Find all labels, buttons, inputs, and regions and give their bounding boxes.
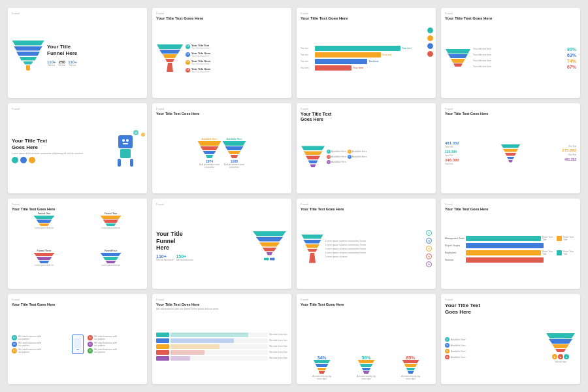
slide-7: Funnel Your Title TextGoes Here 01 Avail… (297, 103, 436, 193)
slide-16: Funnel Your Title TextGoes Here 01 Avail… (441, 294, 580, 384)
slide-5: Funnel Your Title TextGoes Here Lorem ip… (8, 103, 147, 193)
slide-1-label: Funnel (12, 12, 143, 15)
slide-6: Funnel Your Title Text Goes Here Availab… (152, 103, 291, 193)
slide-11: Funnel Your Title Text Goes Here Lorem i… (297, 199, 436, 289)
slide-2-label: Funnel (156, 12, 287, 15)
slide-1: Funnel Your TitleFunnel Here 110+ Ttle t… (8, 8, 147, 98)
slides-grid: Funnel Your TitleFunnel Here 110+ Ttle t… (8, 8, 580, 384)
slide-12: Funnel Your Title Text Goes Here Managem… (441, 199, 580, 289)
slide-15: Funnel Your Title Text Goes Here 34% A c… (297, 294, 436, 384)
slide-10: Funnel Your TitleFunnelHere 110+ Title t… (152, 199, 291, 289)
slide-4: Funnel Your Title Text Goes Here Your ti… (441, 8, 580, 98)
slide-14: Funnel Your Title Text Goes Here We star… (152, 294, 291, 384)
slide-8: Funnel Your Title Text Goes Here 481.352… (441, 103, 580, 193)
slide-2: Funnel Your Title Text Goes Here 01 Your… (152, 8, 291, 98)
slide-13: Funnel Your Title Text Goes Here 01 We s… (8, 294, 147, 384)
slide-3: Funnel Your Title Text Goes Here Your te… (297, 8, 436, 98)
slide-9: Funnel Your Title Text Goes Here Funnel … (8, 199, 147, 289)
